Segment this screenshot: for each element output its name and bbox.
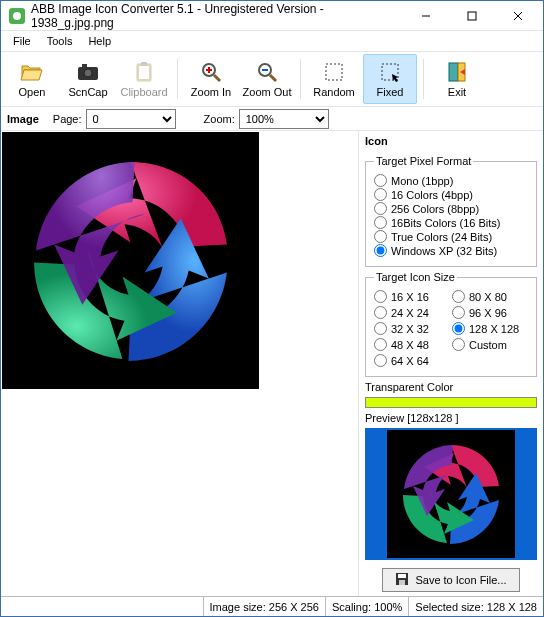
- loaded-image: [2, 132, 259, 389]
- zoom-out-icon: [255, 60, 279, 84]
- app-window: ABB Image Icon Converter 5.1 - Unregiste…: [0, 0, 544, 617]
- clipboard-button: Clipboard: [117, 54, 171, 104]
- folder-open-icon: [20, 60, 44, 84]
- zoomout-label: Zoom Out: [243, 86, 292, 98]
- menu-file[interactable]: File: [7, 33, 37, 49]
- random-button[interactable]: Random: [307, 54, 361, 104]
- size-opt[interactable]: 96 X 96: [452, 306, 528, 319]
- camera-icon: [76, 60, 100, 84]
- preview-box: [365, 428, 537, 560]
- content-area: Icon Target Pixel Format Mono (1bpp)16 C…: [1, 131, 543, 596]
- toolbar: Open ScnCap Clipboard Zoom In Zoom Out R…: [1, 51, 543, 107]
- save-icon: [395, 572, 409, 588]
- pixel-opt-1[interactable]: 16 Colors (4bpp): [374, 188, 528, 201]
- svg-rect-6: [82, 64, 87, 68]
- menu-help[interactable]: Help: [82, 33, 117, 49]
- close-button[interactable]: [495, 2, 541, 30]
- open-label: Open: [19, 86, 46, 98]
- svg-rect-8: [139, 66, 149, 79]
- random-label: Random: [313, 86, 355, 98]
- svg-point-5: [84, 69, 92, 77]
- pixel-format-group: Target Pixel Format Mono (1bpp)16 Colors…: [365, 155, 537, 267]
- size-opt[interactable]: 128 X 128: [452, 322, 528, 335]
- fixed-label: Fixed: [377, 86, 404, 98]
- pixel-opt-0[interactable]: Mono (1bpp): [374, 174, 528, 187]
- menu-tools[interactable]: Tools: [41, 33, 79, 49]
- pixel-opt-2[interactable]: 256 Colors (8bpp): [374, 202, 528, 215]
- pixel-opt-4[interactable]: True Colors (24 Bits): [374, 230, 528, 243]
- pixel-format-legend: Target Pixel Format: [374, 155, 473, 167]
- size-opt[interactable]: 64 X 64: [374, 354, 450, 367]
- svg-line-15: [270, 75, 276, 81]
- svg-rect-17: [326, 64, 342, 80]
- app-icon: [9, 8, 25, 24]
- image-pane: [1, 131, 358, 596]
- svg-rect-19: [449, 63, 458, 81]
- status-imagesize: Image size: 256 X 256: [203, 597, 325, 616]
- titlebar: ABB Image Icon Converter 5.1 - Unregiste…: [1, 1, 543, 31]
- pixel-opt-3[interactable]: 16Bits Colors (16 Bits): [374, 216, 528, 229]
- zoomin-button[interactable]: Zoom In: [184, 54, 238, 104]
- icon-header: Icon: [365, 135, 537, 147]
- image-label: Image: [7, 113, 39, 125]
- icon-size-group: Target Icon Size 16 X 1680 X 8024 X 2496…: [365, 271, 537, 377]
- infobar: Image Page: 0 Zoom: 100%: [1, 107, 543, 131]
- svg-rect-22: [398, 574, 406, 578]
- preview-canvas: [387, 430, 515, 558]
- zoomin-label: Zoom In: [191, 86, 231, 98]
- minimize-button[interactable]: [403, 2, 449, 30]
- icon-pane: Icon Target Pixel Format Mono (1bpp)16 C…: [358, 131, 543, 596]
- svg-rect-9: [141, 62, 147, 66]
- toolbar-separator: [177, 59, 178, 99]
- random-select-icon: [322, 60, 346, 84]
- status-selectedsize: Selected size: 128 X 128: [408, 597, 543, 616]
- page-label: Page:: [53, 113, 82, 125]
- toolbar-separator: [423, 59, 424, 99]
- scncap-label: ScnCap: [68, 86, 107, 98]
- scncap-button[interactable]: ScnCap: [61, 54, 115, 104]
- exit-button[interactable]: Exit: [430, 54, 484, 104]
- maximize-button[interactable]: [449, 2, 495, 30]
- window-title: ABB Image Icon Converter 5.1 - Unregiste…: [31, 2, 403, 30]
- clipboard-icon: [132, 60, 156, 84]
- size-opt[interactable]: 24 X 24: [374, 306, 450, 319]
- preview-label: Preview [128x128 ]: [365, 412, 537, 424]
- statusbar: Image size: 256 X 256 Scaling: 100% Sele…: [1, 596, 543, 616]
- preview-image: [387, 430, 515, 558]
- size-opt[interactable]: 32 X 32: [374, 322, 450, 335]
- fixed-select-icon: [378, 60, 402, 84]
- svg-rect-1: [468, 12, 476, 20]
- page-select[interactable]: 0: [86, 109, 176, 129]
- transparent-color-swatch[interactable]: [365, 397, 537, 408]
- zoomout-button[interactable]: Zoom Out: [240, 54, 294, 104]
- exit-icon: [445, 60, 469, 84]
- size-opt[interactable]: 80 X 80: [452, 290, 528, 303]
- status-empty: [1, 597, 203, 616]
- transparent-label: Transparent Color: [365, 381, 537, 393]
- clipboard-label: Clipboard: [120, 86, 167, 98]
- status-scaling: Scaling: 100%: [325, 597, 408, 616]
- toolbar-separator: [300, 59, 301, 99]
- size-opt[interactable]: Custom: [452, 338, 528, 351]
- icon-size-legend: Target Icon Size: [374, 271, 457, 283]
- exit-label: Exit: [448, 86, 466, 98]
- svg-line-11: [214, 75, 220, 81]
- size-opt[interactable]: 16 X 16: [374, 290, 450, 303]
- fixed-button[interactable]: Fixed: [363, 54, 417, 104]
- zoom-label: Zoom:: [204, 113, 235, 125]
- svg-rect-23: [399, 580, 405, 585]
- save-button[interactable]: Save to Icon File...: [382, 568, 519, 592]
- save-label: Save to Icon File...: [415, 574, 506, 586]
- canvas[interactable]: [2, 132, 259, 389]
- pixel-opt-5[interactable]: Windows XP (32 Bits): [374, 244, 528, 257]
- menubar: File Tools Help: [1, 31, 543, 51]
- zoom-select[interactable]: 100%: [239, 109, 329, 129]
- size-opt[interactable]: 48 X 48: [374, 338, 450, 351]
- zoom-in-icon: [199, 60, 223, 84]
- open-button[interactable]: Open: [5, 54, 59, 104]
